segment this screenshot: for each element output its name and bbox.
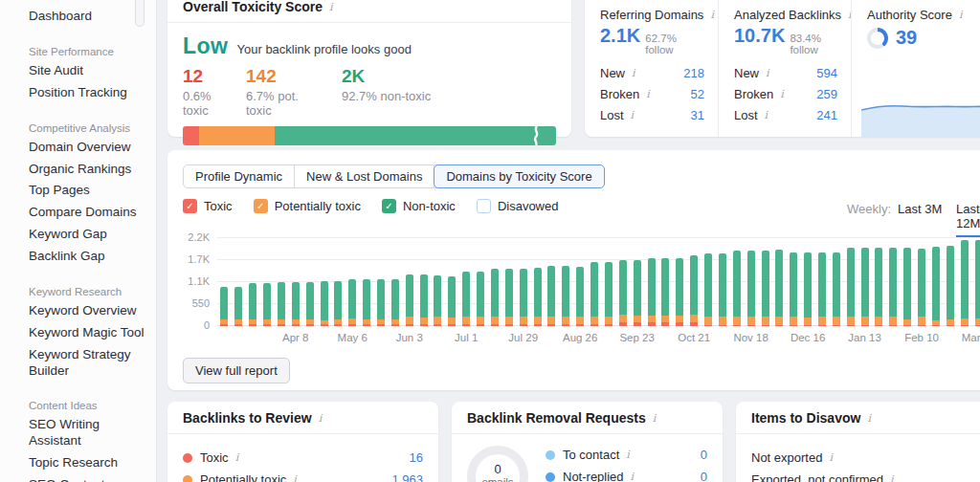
chart-bar[interactable] bbox=[420, 234, 428, 326]
row-value[interactable]: 1,963 bbox=[391, 472, 423, 482]
chart-bar[interactable] bbox=[249, 234, 256, 326]
sidebar-item-topic-research[interactable]: Topic Research bbox=[29, 452, 148, 474]
sidebar-scrollbar-thumb[interactable] bbox=[135, 0, 145, 27]
chart-bar[interactable] bbox=[961, 234, 969, 326]
chart-bar[interactable] bbox=[875, 234, 882, 326]
info-icon[interactable]: i bbox=[765, 109, 768, 121]
sidebar-item-keyword-magic-tool[interactable]: Keyword Magic Tool bbox=[29, 322, 148, 344]
sidebar-item-compare-domains[interactable]: Compare Domains bbox=[29, 202, 148, 224]
chart-bar[interactable] bbox=[448, 234, 456, 326]
sidebar-item-dashboard[interactable]: Dashboard bbox=[29, 6, 148, 28]
info-icon[interactable]: i bbox=[235, 451, 239, 464]
chart-bar[interactable] bbox=[790, 234, 797, 326]
row-value[interactable]: 594 bbox=[816, 66, 837, 80]
chart-bar[interactable] bbox=[833, 234, 840, 326]
info-icon[interactable]: i bbox=[653, 412, 657, 425]
chart-bar[interactable] bbox=[377, 234, 385, 326]
chart-bar[interactable] bbox=[534, 234, 542, 326]
chart-bar[interactable] bbox=[861, 234, 869, 326]
info-icon[interactable]: i bbox=[293, 473, 297, 482]
chart-bar[interactable] bbox=[391, 234, 399, 326]
info-icon[interactable]: i bbox=[631, 471, 635, 482]
chart-bar[interactable] bbox=[889, 234, 897, 326]
chart-bar[interactable] bbox=[505, 234, 513, 326]
chart-bar[interactable] bbox=[903, 234, 911, 326]
chart-bar[interactable] bbox=[278, 234, 285, 326]
chart-bar[interactable] bbox=[234, 234, 242, 326]
chart-bar[interactable] bbox=[520, 234, 527, 326]
sidebar-item-keyword-strategy-builder[interactable]: Keyword Strategy Builder bbox=[29, 344, 148, 383]
chart-bar[interactable] bbox=[477, 234, 484, 326]
chart-bar[interactable] bbox=[747, 234, 755, 326]
chart-bar[interactable] bbox=[719, 234, 726, 326]
chart-bar[interactable] bbox=[462, 234, 470, 326]
tab-profile-dynamic[interactable]: Profile Dynamic bbox=[184, 165, 295, 187]
sidebar-item-position-tracking[interactable]: Position Tracking bbox=[29, 82, 148, 104]
sidebar-item-seo-writing-assistant[interactable]: SEO Writing Assistant bbox=[29, 414, 148, 452]
chart-bar[interactable] bbox=[334, 234, 342, 326]
sidebar-item-keyword-overview[interactable]: Keyword Overview bbox=[29, 300, 148, 322]
chart-bar[interactable] bbox=[947, 234, 954, 326]
sidebar-item-site-audit[interactable]: Site Audit bbox=[29, 60, 148, 82]
sidebar-item-domain-overview[interactable]: Domain Overview bbox=[29, 137, 148, 159]
chart-bar[interactable] bbox=[434, 234, 441, 326]
chart-bar[interactable] bbox=[704, 234, 712, 326]
row-value[interactable]: 31 bbox=[691, 108, 704, 122]
chart-bar[interactable] bbox=[634, 234, 641, 326]
info-icon[interactable]: i bbox=[646, 88, 650, 100]
chart-bar[interactable] bbox=[918, 234, 925, 326]
info-icon[interactable]: i bbox=[710, 9, 714, 21]
chart-bar[interactable] bbox=[491, 234, 499, 326]
row-value[interactable]: 241 bbox=[816, 108, 837, 122]
info-icon[interactable]: i bbox=[780, 88, 784, 100]
chart-bar[interactable] bbox=[547, 234, 555, 326]
sidebar-item-backlink-gap[interactable]: Backlink Gap bbox=[29, 246, 148, 268]
info-icon[interactable]: i bbox=[766, 67, 769, 79]
view-full-report-button[interactable]: View full report bbox=[183, 358, 290, 383]
chart-bar[interactable] bbox=[804, 234, 812, 326]
chart-bar[interactable] bbox=[562, 234, 569, 326]
chart-bar[interactable] bbox=[676, 234, 683, 326]
chart-bar[interactable] bbox=[932, 234, 940, 326]
chart-bar[interactable] bbox=[605, 234, 612, 326]
chart-bar[interactable] bbox=[292, 234, 300, 326]
chart-bar[interactable] bbox=[975, 234, 980, 326]
chart-bar[interactable] bbox=[348, 234, 356, 326]
info-icon[interactable]: i bbox=[626, 449, 630, 461]
info-icon[interactable]: i bbox=[890, 473, 894, 482]
chart-bar[interactable] bbox=[619, 234, 627, 326]
chart-bar[interactable] bbox=[648, 234, 656, 326]
chart-bar[interactable] bbox=[406, 234, 413, 326]
period-last-3m[interactable]: Last 3M bbox=[898, 202, 942, 216]
chart-bar[interactable] bbox=[363, 234, 370, 326]
chart-bar[interactable] bbox=[690, 234, 698, 326]
tab-domains-by-toxicity-score[interactable]: Domains by Toxicity Score bbox=[434, 164, 604, 188]
sidebar-item-keyword-gap[interactable]: Keyword Gap bbox=[29, 224, 148, 246]
chart-bar[interactable] bbox=[661, 234, 669, 326]
chart-bar[interactable] bbox=[818, 234, 826, 326]
info-icon[interactable]: i bbox=[959, 9, 963, 21]
row-value[interactable]: 218 bbox=[683, 66, 704, 80]
info-icon[interactable]: i bbox=[319, 412, 323, 425]
info-icon[interactable]: i bbox=[329, 1, 333, 13]
row-value[interactable]: 52 bbox=[691, 87, 704, 101]
row-value[interactable]: 259 bbox=[816, 87, 837, 101]
chart-bar[interactable] bbox=[733, 234, 741, 326]
sidebar-item-seo-content-template[interactable]: SEO Content Template bbox=[29, 474, 148, 482]
chart-bar[interactable] bbox=[590, 234, 598, 326]
info-icon[interactable]: i bbox=[632, 67, 635, 79]
chart-bar[interactable] bbox=[762, 234, 769, 326]
chart-bar[interactable] bbox=[321, 234, 328, 326]
chart-bar[interactable] bbox=[306, 234, 314, 326]
info-icon[interactable]: i bbox=[867, 412, 871, 425]
chart-bar[interactable] bbox=[775, 234, 783, 326]
sidebar-item-top-pages[interactable]: Top Pages bbox=[29, 180, 148, 202]
info-icon[interactable]: i bbox=[829, 451, 833, 464]
row-value[interactable]: 16 bbox=[410, 450, 423, 465]
chart-bar[interactable] bbox=[220, 234, 228, 326]
chart-bar[interactable] bbox=[263, 234, 271, 326]
row-value[interactable]: 0 bbox=[701, 448, 707, 462]
tab-new-lost-domains[interactable]: New & Lost Domains bbox=[295, 165, 434, 187]
period-last-12m[interactable]: Last 12M bbox=[956, 202, 980, 237]
row-value[interactable]: 0 bbox=[701, 470, 707, 482]
